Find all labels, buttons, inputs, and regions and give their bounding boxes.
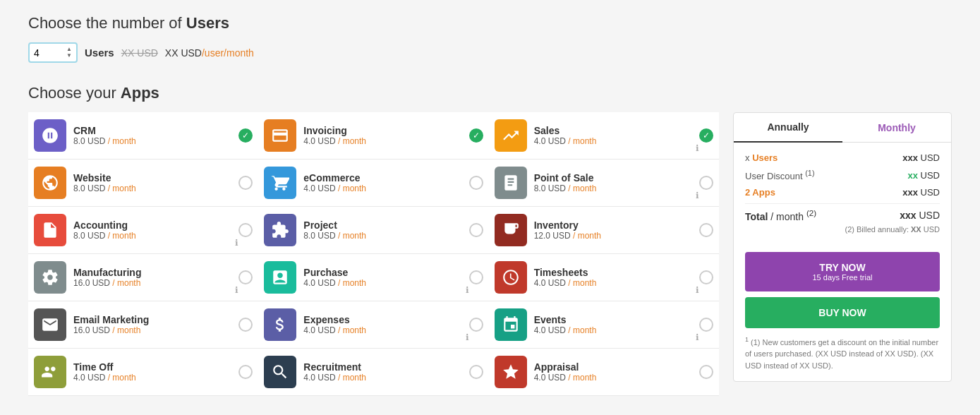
per-month: / month [108,231,136,241]
app-name: Sales [534,125,692,136]
app-name: Expenses [303,314,461,325]
list-item[interactable]: Invoicing 4.0 USD / month ✓ [258,112,488,160]
list-item[interactable]: Point of Sale 8.0 USD / month ℹ [489,160,719,207]
app-info: Accounting 8.0 USD / month [73,219,231,241]
per-month: / month [108,184,136,193]
list-item[interactable]: Purchase 4.0 USD / month ℹ [258,254,488,301]
app-icon-timeoff [34,356,66,388]
per-month: / month [568,325,596,335]
app-name: Accounting [73,219,231,231]
list-item[interactable]: Email Marketing 16.0 USD / month [28,301,258,349]
app-checkbox-pos[interactable] [699,176,713,190]
list-item[interactable]: Manufacturing 16.0 USD / month ℹ [28,254,258,301]
app-checkbox-recruitment[interactable] [469,365,483,379]
pricing-apps-value: xxx USD [902,187,940,198]
list-item[interactable]: Expenses 4.0 USD / month ℹ [258,301,488,349]
users-price-active: XX USD/user/month [165,47,254,59]
app-icon-website [34,167,66,199]
app-price: 4.0 USD / month [303,136,461,146]
list-item[interactable]: Appraisal 4.0 USD / month [489,349,719,396]
users-decrement[interactable]: ▼ [66,53,72,59]
app-checkbox-website[interactable] [238,176,253,190]
app-checkbox-appraisal[interactable] [699,365,713,379]
users-label: Users [85,47,114,59]
pricing-apps-label: 2 Apps [745,187,775,198]
app-checkbox-crm[interactable]: ✓ [238,128,253,143]
try-now-button[interactable]: TRY NOW 15 days Free trial [745,252,940,291]
list-item[interactable]: eCommerce 4.0 USD / month [258,160,488,207]
info-icon[interactable]: ℹ [235,238,238,248]
app-icon-inventory [495,214,527,246]
app-name: Point of Sale [534,172,692,184]
per-month: / month [108,136,136,146]
app-checkbox-purchase[interactable] [469,270,483,284]
app-info: Email Marketing 16.0 USD / month [73,314,231,335]
info-icon[interactable]: ℹ [696,143,699,153]
info-icon[interactable]: ℹ [696,332,699,342]
app-info: Events 4.0 USD / month [534,314,692,335]
apps-row: CRM 8.0 USD / month ✓ Website 8.0 USD / … [28,112,952,396]
app-checkbox-ecommerce[interactable] [469,176,483,190]
app-checkbox-accounting[interactable] [238,223,253,237]
pricing-discount-row: User Discount (1) xx USD [745,169,940,181]
app-info: Recruitment 4.0 USD / month [303,361,461,383]
users-input-wrapper[interactable]: ▲ ▼ [28,42,78,63]
per-month: / month [112,325,140,335]
app-checkbox-sales[interactable]: ✓ [699,128,713,143]
info-icon[interactable]: ℹ [466,332,469,342]
app-checkbox-email[interactable] [238,318,253,332]
pricing-discount-value: xx USD [907,170,940,181]
list-item[interactable]: Timesheets 4.0 USD / month ℹ [489,254,719,301]
apps-col-2: Sales 4.0 USD / month ℹ ✓ Point of Sale … [489,112,719,396]
users-price-strikethrough: XX USD [121,47,158,59]
app-price: 16.0 USD / month [73,278,231,288]
list-item[interactable]: Inventory 12.0 USD / month [489,207,719,254]
app-icon-purchase [264,261,296,294]
list-item[interactable]: Website 8.0 USD / month [28,160,258,207]
app-checkbox-manufacturing[interactable] [238,270,253,284]
app-checkbox-timeoff[interactable] [238,365,253,379]
pricing-total-label: Total / month (2) [745,208,816,222]
info-icon[interactable]: ℹ [466,285,469,295]
info-icon[interactable]: ℹ [696,191,699,200]
list-item[interactable]: Time Off 4.0 USD / month [28,349,258,396]
app-checkbox-expenses[interactable] [469,318,483,332]
list-item[interactable]: Recruitment 4.0 USD / month [258,349,488,396]
app-checkbox-project[interactable] [469,223,483,237]
info-icon[interactable]: ℹ [235,285,238,295]
pricing-users-row: x Users xxx USD [745,152,940,163]
pricing-users-highlight: Users [752,152,778,163]
buy-now-button[interactable]: BUY NOW [745,297,940,328]
list-item[interactable]: Project 8.0 USD / month [258,207,488,254]
app-checkbox-events[interactable] [699,318,713,332]
app-icon-recruitment [264,356,296,388]
tab-annually[interactable]: Annually [734,113,842,143]
app-info: Timesheets 4.0 USD / month [534,267,692,288]
app-checkbox-inventory[interactable] [699,223,713,237]
list-item[interactable]: Events 4.0 USD / month ℹ [489,301,719,349]
app-price: 8.0 USD / month [73,231,231,241]
per-month: / month [338,231,366,241]
app-checkbox-invoicing[interactable]: ✓ [469,128,483,143]
app-icon-manufacturing [34,261,66,294]
users-input[interactable] [34,47,59,59]
pricing-total-value: xxx USD [900,210,940,221]
per-month: / month [568,184,596,193]
app-checkbox-timesheets[interactable] [699,270,713,284]
per-month: / month [108,373,136,383]
list-item[interactable]: Accounting 8.0 USD / month ℹ [28,207,258,254]
app-price: 4.0 USD / month [534,325,692,335]
list-item[interactable]: CRM 8.0 USD / month ✓ [28,112,258,160]
app-info: Inventory 12.0 USD / month [534,219,692,241]
pricing-total-row: Total / month (2) xxx USD [745,208,940,222]
users-increment[interactable]: ▲ [66,47,72,52]
per-month: / month [338,325,366,335]
list-item[interactable]: Sales 4.0 USD / month ℹ ✓ [489,112,719,160]
tab-monthly[interactable]: Monthly [842,113,951,142]
users-spinner[interactable]: ▲ ▼ [66,47,72,59]
app-price: 4.0 USD / month [303,373,461,383]
per-month: / month [338,184,366,193]
app-name: Purchase [303,267,461,278]
info-icon[interactable]: ℹ [696,285,699,295]
app-name: Timesheets [534,267,692,278]
